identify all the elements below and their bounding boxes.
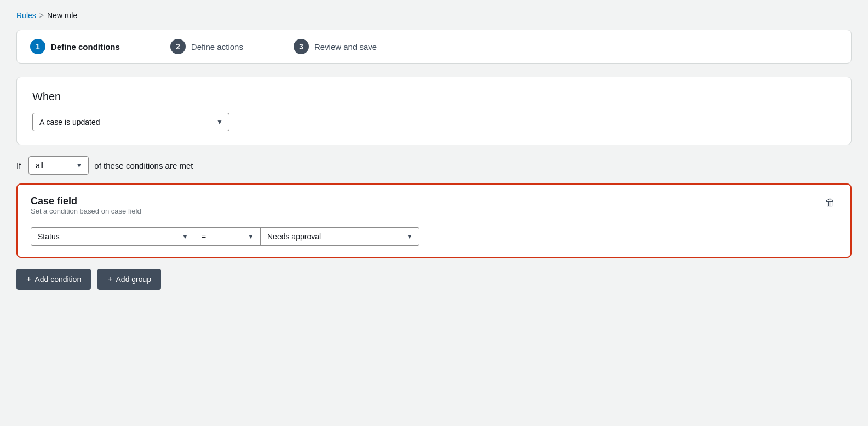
conditions-text: of these conditions are met — [94, 161, 193, 170]
if-row: If all any ▼ of these conditions are met — [16, 156, 852, 175]
trash-icon: 🗑 — [825, 197, 835, 208]
step-3-label: Review and save — [314, 42, 377, 51]
if-label: If — [16, 161, 21, 170]
step-divider-1 — [129, 47, 162, 47]
condition-card: Case field Set a condition based on case… — [16, 183, 852, 258]
step-1-label: Define conditions — [51, 42, 120, 51]
step-2-label: Define actions — [191, 42, 243, 51]
field-select[interactable]: Status Priority Assignee Created date Up… — [31, 227, 195, 246]
step-3-circle: 3 — [294, 39, 309, 54]
condition-fields-row: Status Priority Assignee Created date Up… — [31, 227, 837, 246]
steps-bar: 1 Define conditions 2 Define actions 3 R… — [16, 30, 852, 64]
add-group-button[interactable]: + Add group — [97, 269, 161, 290]
when-panel: When A case is updated A case is created… — [16, 77, 852, 145]
step-1: 1 Define conditions — [30, 39, 120, 54]
breadcrumb-current: New rule — [47, 11, 77, 20]
step-1-circle: 1 — [30, 39, 45, 54]
breadcrumb: Rules > New rule — [16, 11, 852, 20]
breadcrumb-rules-link[interactable]: Rules — [16, 11, 36, 20]
condition-type-wrapper: all any ▼ — [28, 156, 89, 175]
condition-card-subtitle: Set a condition based on case field — [31, 207, 141, 215]
add-condition-label: Add condition — [35, 275, 81, 284]
field-select-wrapper: Status Priority Assignee Created date Up… — [31, 227, 195, 246]
step-3: 3 Review and save — [294, 39, 377, 54]
condition-card-title-block: Case field Set a condition based on case… — [31, 195, 141, 224]
add-condition-plus-icon: + — [26, 274, 31, 284]
value-select-wrapper: Needs approval Open Closed Pending Resol… — [261, 227, 419, 246]
operator-select-wrapper: = != > < contains ▼ — [195, 227, 261, 246]
delete-condition-button[interactable]: 🗑 — [823, 195, 837, 210]
breadcrumb-separator: > — [39, 11, 44, 20]
step-divider-2 — [252, 47, 285, 47]
step-2: 2 Define actions — [170, 39, 243, 54]
condition-card-header: Case field Set a condition based on case… — [31, 195, 837, 224]
trigger-select-wrapper: A case is updated A case is created A ca… — [32, 113, 229, 131]
add-group-label: Add group — [116, 275, 152, 284]
condition-type-select[interactable]: all any — [28, 156, 89, 175]
trigger-select[interactable]: A case is updated A case is created A ca… — [32, 113, 229, 131]
add-condition-button[interactable]: + Add condition — [16, 269, 91, 290]
condition-card-title: Case field — [31, 195, 141, 207]
add-group-plus-icon: + — [107, 274, 112, 284]
condition-group: Case field Set a condition based on case… — [16, 183, 852, 258]
action-buttons: + Add condition + Add group — [16, 269, 852, 290]
step-2-circle: 2 — [170, 39, 186, 54]
value-select[interactable]: Needs approval Open Closed Pending Resol… — [261, 227, 419, 246]
operator-select[interactable]: = != > < contains — [195, 227, 261, 246]
when-title: When — [32, 90, 836, 103]
